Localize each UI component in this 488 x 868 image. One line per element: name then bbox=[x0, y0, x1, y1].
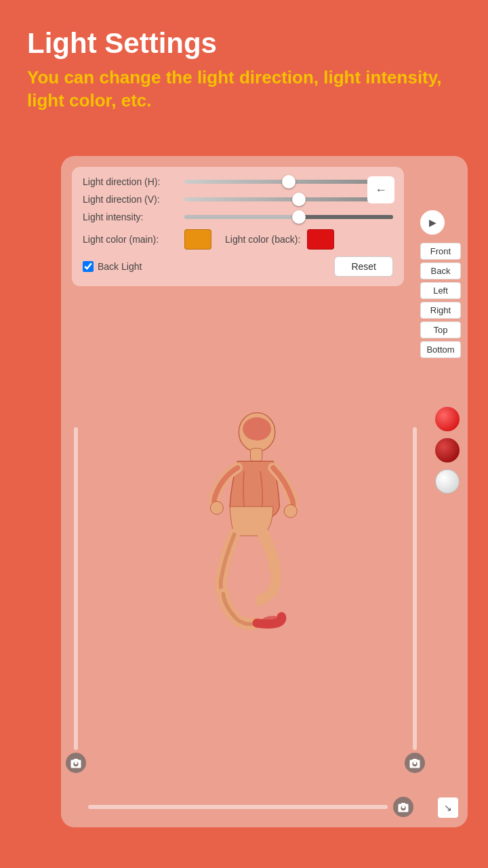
vertical-slider-right bbox=[408, 427, 422, 773]
svg-point-3 bbox=[210, 501, 223, 514]
svg-point-7 bbox=[413, 762, 417, 765]
page-header: Light Settings You can change the light … bbox=[0, 0, 488, 119]
svg-point-8 bbox=[402, 806, 405, 809]
svg-rect-2 bbox=[251, 448, 262, 461]
back-button[interactable]: ← bbox=[367, 176, 394, 203]
play-button[interactable]: ▶ bbox=[420, 210, 445, 235]
view-btn-left[interactable]: Left bbox=[420, 282, 461, 299]
red-sphere[interactable] bbox=[435, 407, 460, 431]
color-back-label: Light color (back): bbox=[225, 234, 300, 245]
back-icon: ← bbox=[375, 183, 387, 197]
v-track-left[interactable] bbox=[74, 427, 78, 750]
dark-red-sphere[interactable] bbox=[435, 438, 460, 462]
controls-box: Light direction (H): Light direction (V)… bbox=[72, 167, 404, 286]
direction-v-label: Light direction (V): bbox=[83, 194, 184, 205]
figure-svg bbox=[169, 393, 319, 678]
page-title: Light Settings bbox=[27, 27, 461, 60]
intensity-label: Light intensity: bbox=[83, 212, 184, 222]
direction-v-thumb[interactable] bbox=[292, 193, 306, 206]
page: Light Settings You can change the light … bbox=[0, 0, 488, 119]
h-track-bottom[interactable] bbox=[88, 805, 388, 809]
backlight-label: Back Light bbox=[98, 261, 142, 272]
expand-button[interactable]: ↘ bbox=[438, 797, 458, 818]
direction-h-slider[interactable] bbox=[184, 180, 393, 184]
color-back-swatch[interactable] bbox=[307, 229, 334, 250]
color-row: Light color (main): Light color (back): bbox=[83, 229, 393, 250]
svg-point-1 bbox=[243, 417, 271, 440]
slider-row-direction-h: Light direction (H): bbox=[83, 176, 393, 187]
direction-h-label: Light direction (H): bbox=[83, 176, 184, 187]
vertical-slider-left bbox=[69, 427, 83, 773]
svg-point-6 bbox=[75, 762, 78, 765]
slider-row-intensity: Light intensity: bbox=[83, 212, 393, 222]
main-panel: Light direction (H): Light direction (V)… bbox=[61, 156, 468, 827]
direction-v-slider[interactable] bbox=[184, 197, 393, 201]
svg-point-5 bbox=[262, 616, 285, 626]
figure-area bbox=[61, 312, 427, 760]
svg-point-4 bbox=[284, 505, 297, 517]
color-main-label: Light color (main): bbox=[83, 234, 184, 245]
intensity-thumb[interactable] bbox=[292, 210, 306, 224]
horizontal-slider-bottom bbox=[88, 800, 413, 814]
color-main-swatch[interactable] bbox=[184, 229, 211, 250]
backlight-row: Back Light Reset bbox=[83, 256, 393, 277]
intensity-slider[interactable] bbox=[184, 215, 393, 219]
view-btn-front[interactable]: Front bbox=[420, 243, 461, 260]
color-spheres bbox=[435, 407, 460, 494]
slider-row-direction-v: Light direction (V): bbox=[83, 194, 393, 205]
camera-icon-bottom[interactable] bbox=[393, 797, 413, 817]
v-track-right[interactable] bbox=[413, 427, 417, 750]
camera-icon-right[interactable] bbox=[405, 753, 425, 773]
page-subtitle: You can change the light direction, ligh… bbox=[27, 66, 461, 113]
direction-h-thumb[interactable] bbox=[282, 175, 296, 189]
camera-icon-left[interactable] bbox=[66, 753, 86, 773]
expand-icon: ↘ bbox=[444, 802, 452, 813]
view-btn-back[interactable]: Back bbox=[420, 262, 461, 279]
white-sphere[interactable] bbox=[435, 469, 460, 494]
play-icon: ▶ bbox=[429, 217, 436, 228]
backlight-checkbox[interactable] bbox=[83, 261, 94, 272]
reset-button[interactable]: Reset bbox=[334, 256, 393, 277]
